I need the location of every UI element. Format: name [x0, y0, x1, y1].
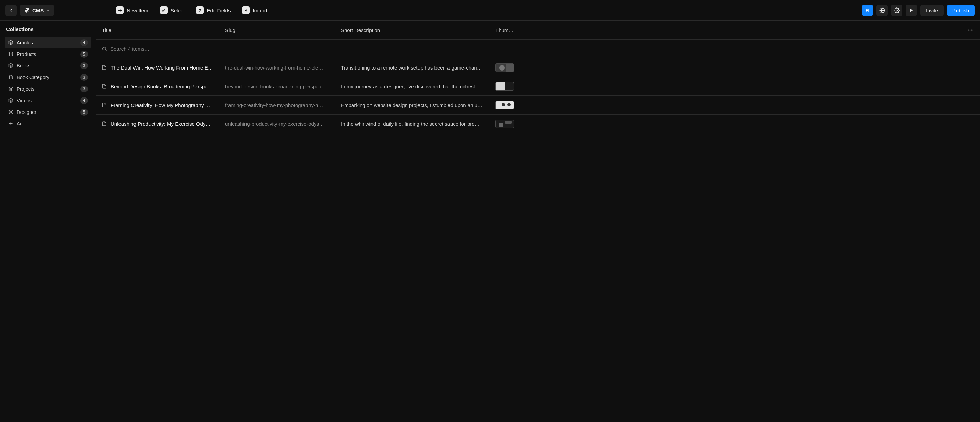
cell-title: Beyond Design Books: Broadening Perspe…	[111, 83, 218, 89]
invite-label: Invite	[926, 8, 938, 13]
svg-marker-11	[8, 63, 13, 66]
sidebar-add-button[interactable]: Add...	[5, 118, 91, 129]
svg-marker-15	[8, 110, 13, 112]
stack-icon	[8, 86, 13, 91]
play-icon	[909, 8, 913, 13]
cell-thumbnail	[495, 101, 514, 109]
svg-marker-9	[8, 40, 13, 42]
sidebar-item-label: Products	[17, 51, 77, 57]
import-button[interactable]: Import	[238, 5, 271, 16]
globe-icon	[879, 8, 885, 13]
svg-marker-12	[8, 75, 13, 77]
cell-title: The Dual Win: How Working From Home E…	[111, 65, 218, 70]
svg-line-22	[105, 50, 106, 51]
svg-marker-8	[910, 8, 913, 11]
cms-dropdown-label: CMS	[32, 8, 44, 13]
stack-icon	[8, 109, 13, 115]
sidebar-item-label: Projects	[17, 86, 77, 92]
sidebar-item-count: 3	[80, 62, 88, 69]
svg-point-19	[970, 30, 971, 31]
stack-icon	[8, 98, 13, 103]
sidebar-item-projects[interactable]: Projects3	[5, 83, 91, 94]
download-icon	[242, 6, 250, 14]
cell-description: In my journey as a designer, I've discov…	[341, 83, 495, 89]
sidebar-item-count: 3	[80, 86, 88, 93]
user-avatar[interactable]: FI	[862, 5, 873, 16]
sidebar-item-label: Book Category	[17, 75, 77, 80]
globe-button[interactable]	[877, 5, 888, 16]
sidebar-item-designer[interactable]: Designer5	[5, 106, 91, 118]
table-row[interactable]: The Dual Win: How Working From Home E…th…	[96, 58, 980, 77]
page-icon	[102, 102, 107, 107]
svg-marker-13	[8, 86, 13, 89]
stack-icon	[8, 63, 13, 68]
cell-title: Framing Creativity: How My Photography …	[111, 102, 218, 108]
column-header-title[interactable]: Title	[102, 27, 225, 33]
table-more-button[interactable]	[967, 27, 980, 33]
plus-icon	[116, 6, 124, 14]
column-header-thumbnail[interactable]: Thum…	[495, 27, 519, 33]
cell-slug: framing-creativity-how-my-photography-h…	[225, 102, 341, 108]
new-item-label: New Item	[127, 8, 148, 13]
sidebar-item-label: Books	[17, 63, 77, 69]
table-row[interactable]: Framing Creativity: How My Photography ……	[96, 96, 980, 115]
cms-dropdown[interactable]: CMS	[20, 5, 54, 16]
back-button[interactable]	[5, 5, 17, 16]
sidebar-item-book-category[interactable]: Book Category3	[5, 72, 91, 83]
sidebar-item-articles[interactable]: Articles4	[5, 37, 91, 48]
plus-icon	[8, 121, 13, 126]
chevron-left-icon	[9, 8, 14, 13]
edit-fields-button[interactable]: Edit Fields	[192, 5, 235, 16]
column-header-short-description[interactable]: Short Description	[341, 27, 495, 33]
sidebar-item-books[interactable]: Books3	[5, 60, 91, 71]
cell-description: Transitioning to a remote work setup has…	[341, 65, 495, 70]
cell-thumbnail	[495, 63, 514, 72]
sidebar-item-count: 5	[80, 109, 88, 115]
settings-button[interactable]	[891, 5, 902, 16]
sidebar-item-videos[interactable]: Videos4	[5, 95, 91, 106]
sidebar-item-label: Articles	[17, 40, 77, 45]
page-icon	[102, 84, 107, 89]
table-row[interactable]: Beyond Design Books: Broadening Perspe…b…	[96, 77, 980, 96]
sidebar: Collections Articles4Products5Books3Book…	[0, 21, 96, 422]
invite-button[interactable]: Invite	[920, 5, 943, 16]
search-row	[96, 40, 980, 58]
play-button[interactable]	[906, 5, 917, 16]
sidebar-item-count: 3	[80, 74, 88, 81]
search-icon	[102, 46, 107, 51]
sidebar-item-count: 4	[80, 39, 88, 46]
select-label: Select	[170, 8, 185, 13]
sidebar-item-label: Designer	[17, 109, 77, 115]
svg-point-20	[972, 30, 972, 31]
publish-button[interactable]: Publish	[947, 5, 975, 16]
framer-icon	[24, 8, 30, 13]
svg-marker-14	[8, 98, 13, 100]
search-input[interactable]	[110, 40, 980, 58]
table-row[interactable]: Unleashing Productivity: My Exercise Ody…	[96, 115, 980, 133]
arrow-out-icon	[196, 6, 204, 14]
svg-marker-10	[8, 52, 13, 54]
edit-fields-label: Edit Fields	[207, 8, 231, 13]
svg-point-7	[896, 10, 897, 11]
publish-label: Publish	[952, 8, 969, 13]
more-horizontal-icon	[967, 27, 973, 33]
cell-thumbnail	[495, 120, 514, 128]
chevron-down-icon	[46, 8, 50, 12]
cell-slug: unleashing-productivity-my-exercise-odys…	[225, 121, 341, 127]
avatar-initials: FI	[865, 8, 870, 13]
column-header-slug[interactable]: Slug	[225, 27, 341, 33]
sidebar-item-products[interactable]: Products5	[5, 48, 91, 60]
sidebar-item-label: Videos	[17, 98, 77, 103]
stack-icon	[8, 75, 13, 80]
check-icon	[160, 6, 167, 14]
sidebar-heading: Collections	[5, 26, 91, 32]
cell-description: In the whirlwind of daily life, finding …	[341, 121, 495, 127]
cell-thumbnail	[495, 82, 514, 91]
select-button[interactable]: Select	[156, 5, 189, 16]
cell-description: Embarking on website design projects, I …	[341, 102, 495, 108]
page-icon	[102, 65, 107, 70]
new-item-button[interactable]: New Item	[112, 5, 152, 16]
topbar: CMS New Item Select Edit Fields Import F…	[0, 0, 980, 21]
main-panel: Title Slug Short Description Thum… The D…	[96, 21, 980, 422]
sidebar-add-label: Add...	[17, 121, 88, 126]
